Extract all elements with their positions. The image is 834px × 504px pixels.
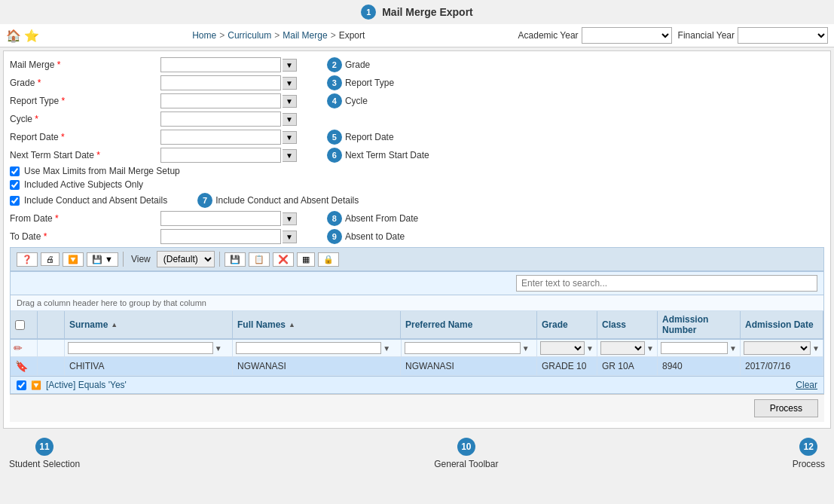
breadcrumb-export: Export — [339, 30, 365, 41]
columns-btn[interactable]: ▦ — [297, 252, 315, 267]
filter-admdate: ▼ — [741, 340, 823, 356]
to-date-dropdown-btn[interactable]: ▼ — [283, 231, 297, 243]
select-all-checkbox[interactable] — [15, 320, 25, 330]
annotation-process: 12 Process — [793, 438, 825, 469]
col-header-surname[interactable]: Surname ▲ — [65, 311, 233, 338]
col-header-admno[interactable]: Admission Number — [658, 311, 741, 338]
report-type-dropdown-btn[interactable]: ▼ — [283, 95, 297, 108]
mail-merge-row: Mail Merge * Grd 10 ▼ 2 Grade — [10, 57, 824, 72]
filter-class: ▼ — [597, 340, 658, 356]
grid-header: Surname ▲ Full Names ▲ Preferred Name Gr… — [11, 311, 823, 340]
table-row[interactable]: 🔖 CHITIVA NGWANASI NGWANASI GRADE 10 GR … — [11, 357, 823, 376]
help-btn[interactable]: ❓ — [17, 252, 38, 267]
filter-surname-icon[interactable]: ▼ — [215, 344, 222, 353]
report-date-input[interactable]: /09/29 — [160, 130, 281, 145]
annotation-bubble-8: 8 — [327, 211, 342, 226]
academic-year-select[interactable] — [582, 27, 672, 44]
filter-surname-input[interactable] — [68, 342, 213, 354]
cycle-dropdown-btn[interactable]: ▼ — [283, 113, 297, 126]
breadcrumb-mailmerge[interactable]: Mail Merge — [283, 30, 327, 41]
process-button[interactable]: Process — [754, 399, 818, 417]
top-right-dropdowns: Academic Year Financial Year — [518, 27, 828, 44]
view-label: View — [131, 254, 151, 264]
filter-fullnames-input[interactable] — [236, 342, 381, 354]
view-select[interactable]: (Default) — [157, 251, 215, 267]
cycle-row: Cycle * TERM 1 ▼ — [10, 111, 824, 127]
filter-class-select[interactable] — [600, 341, 645, 355]
from-date-dropdown-btn[interactable]: ▼ — [283, 212, 297, 225]
filter-admdate-select[interactable] — [744, 341, 811, 355]
filter-fullnames-icon[interactable]: ▼ — [383, 344, 390, 353]
next-term-control: /09/29 ▼ — [160, 148, 297, 163]
use-max-limits-checkbox[interactable] — [10, 166, 20, 176]
filter-class-icon[interactable]: ▼ — [646, 344, 654, 353]
top-bar: 🏠 ⭐ Home > Curriculum > Mail Merge > Exp… — [0, 24, 834, 47]
home-icon[interactable]: 🏠 — [6, 29, 21, 43]
annotation-process-text: Process — [793, 459, 825, 469]
filter-btn[interactable]: 🔽 — [63, 252, 84, 267]
annotation-bubble-11: 11 — [35, 438, 53, 456]
filter-preferred-icon[interactable]: ▼ — [522, 344, 530, 353]
to-date-row: To Date * :/09/20 ▼ 9 Absent to Date — [10, 229, 824, 244]
academic-year-group: Academic Year — [518, 27, 672, 44]
col-header-grade[interactable]: Grade — [537, 311, 597, 338]
included-active-checkbox[interactable] — [10, 180, 20, 190]
toolbar-sep-1 — [123, 252, 124, 267]
filter-admdate-icon[interactable]: ▼ — [812, 344, 820, 353]
filter-summary-checkbox[interactable] — [17, 380, 26, 390]
filter-grade-icon[interactable]: ▼ — [586, 344, 594, 353]
filter-grade-select[interactable] — [540, 341, 585, 355]
next-term-dropdown-btn[interactable]: ▼ — [283, 149, 297, 162]
filter-admno-input[interactable] — [661, 342, 728, 354]
delete-btn[interactable]: ❌ — [273, 252, 294, 267]
col-header-admdate[interactable]: Admission Date — [741, 311, 823, 338]
report-type-input[interactable]: Cycle — [160, 93, 281, 108]
save-btn[interactable]: 💾 — [225, 252, 246, 267]
refresh-btn[interactable]: 💾 ▼ — [87, 252, 118, 267]
breadcrumb-home[interactable]: Home — [192, 30, 216, 41]
annotation-report-type-text: Report Type — [345, 78, 394, 88]
filter-edit-icon[interactable]: ✏ — [14, 342, 23, 354]
clear-filter-link[interactable]: Clear — [796, 380, 817, 390]
col-header-check[interactable] — [11, 311, 38, 338]
filter-fullnames: ▼ — [233, 340, 401, 356]
col-header-fullnames[interactable]: Full Names ▲ — [233, 311, 401, 338]
grade-dropdown-btn[interactable]: ▼ — [283, 77, 297, 90]
next-term-input[interactable]: /09/29 — [160, 148, 281, 163]
mail-merge-dropdown-btn[interactable]: ▼ — [283, 59, 297, 72]
to-date-input[interactable]: :/09/20 — [160, 229, 281, 244]
breadcrumb-curriculum[interactable]: Curriculum — [228, 30, 271, 41]
annotation-general-toolbar: 10 General Toolbar — [434, 438, 498, 469]
col-header-class[interactable]: Class — [597, 311, 658, 338]
annotation-bubble-9: 9 — [327, 229, 342, 244]
sort-surname-icon: ▲ — [111, 321, 118, 328]
lock-btn[interactable]: 🔒 — [318, 252, 339, 267]
annotation-grade-text: Grade — [345, 60, 370, 70]
print-btn[interactable]: 🖨 — [41, 252, 60, 266]
breadcrumb: Home > Curriculum > Mail Merge > Export — [192, 30, 365, 41]
filter-tag[interactable]: [Active] Equals 'Yes' — [46, 380, 127, 390]
financial-year-select[interactable] — [738, 27, 828, 44]
report-date-dropdown-btn[interactable]: ▼ — [283, 131, 297, 144]
cycle-input[interactable]: TERM 1 — [160, 111, 281, 127]
from-date-input[interactable]: /09/05 — [160, 211, 281, 226]
layout-btn[interactable]: 📋 — [249, 252, 270, 267]
col-header-preferred[interactable]: Preferred Name — [401, 311, 537, 338]
row-check: 🔖 — [11, 357, 38, 375]
filter-summary-left: 🔽 [Active] Equals 'Yes' — [17, 380, 127, 390]
favorite-icon[interactable]: ⭐ — [24, 29, 39, 43]
search-input[interactable] — [516, 275, 817, 292]
filter-preferred-input[interactable] — [405, 342, 521, 354]
annotation-bubble-12: 12 — [799, 438, 817, 456]
grade-control: GRADE 10 ▼ — [160, 75, 297, 90]
filter-preferred: ▼ — [402, 340, 537, 356]
annotation-bubble-2: 2 — [327, 57, 342, 72]
grade-input[interactable]: GRADE 10 — [160, 75, 281, 90]
include-conduct-checkbox[interactable] — [10, 196, 20, 206]
include-conduct-row: Include Conduct and Absent Details 7 Inc… — [10, 193, 824, 208]
mail-merge-input[interactable]: Grd 10 — [160, 57, 281, 72]
filter-admno: ▼ — [658, 340, 741, 356]
grade-row: Grade * GRADE 10 ▼ 3 Report Type — [10, 75, 824, 90]
row-grade: GRADE 10 — [537, 357, 597, 375]
filter-admno-icon[interactable]: ▼ — [729, 344, 737, 353]
